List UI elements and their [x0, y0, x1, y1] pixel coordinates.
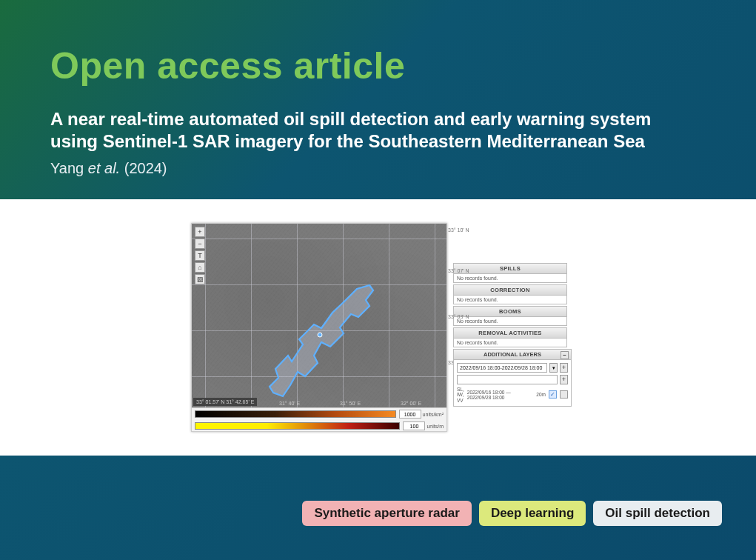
article-title: A near real-time automated oil spill det…	[50, 108, 695, 153]
collapse-button[interactable]: −	[561, 351, 569, 359]
cursor-coordinates: 33° 01.57' N 31° 42.65' E	[193, 398, 257, 406]
lat-tick-3: 33° 10' N	[448, 227, 476, 233]
home-button[interactable]: ⌂	[195, 262, 205, 273]
svg-point-0	[318, 333, 322, 337]
layer-delete-button[interactable]	[560, 390, 568, 399]
oil-spill-polygon[interactable]	[262, 281, 388, 400]
date-range-input[interactable]	[457, 363, 547, 373]
author-etal: et al.	[88, 160, 120, 176]
additional-layers-head[interactable]: ADDITIONAL LAYERS −	[454, 350, 571, 360]
map-controls: + − T ⌂ ▨	[195, 227, 205, 284]
side-panel: SPILLS No records found. CORRECTION No r…	[453, 263, 567, 406]
scale-unit-1: units/km²	[423, 412, 444, 417]
accordion-body-spills: No records found.	[454, 274, 566, 282]
tag-deep-learning[interactable]: Deep learning	[479, 501, 586, 526]
date-dropdown-icon[interactable]: ▾	[549, 363, 558, 373]
keyword-tags: Synthetic aperture radar Deep learning O…	[302, 501, 722, 526]
lat-tick-2: 33° 07' N	[448, 268, 476, 273]
figure-band: + − T ⌂ ▨ 33° 10' N 33° 07' N 33° 03' N …	[0, 199, 756, 456]
layer-resolution: 20m	[536, 392, 546, 397]
accordion-head-removal[interactable]: REMOVAL ACTIVITIES	[454, 328, 566, 339]
accordion-head-correction[interactable]: CORRECTION	[454, 285, 566, 296]
zoom-out-button[interactable]: −	[195, 239, 205, 249]
filter-input[interactable]	[457, 375, 558, 384]
layer-date-span: 2022/09/16 18:00 — 2022/09/28 18:00	[467, 390, 534, 400]
accordion-body-correction: No records found.	[454, 296, 566, 304]
additional-layers-panel: ADDITIONAL LAYERS − ▾ + + SL, IW, VV 202…	[453, 349, 572, 406]
lon-tick-1: 31° 40' E	[279, 401, 300, 406]
author-name: Yang	[50, 160, 84, 176]
scale-unit-2: units/m	[426, 424, 444, 429]
accordion-removal[interactable]: REMOVAL ACTIVITIES No records found.	[453, 327, 567, 347]
layer-button[interactable]: ▨	[195, 274, 205, 284]
add-layer-button-1[interactable]: +	[560, 363, 568, 373]
author-year: (2024)	[124, 160, 167, 176]
accordion-body-removal: No records found.	[454, 339, 566, 347]
tag-oil-spill[interactable]: Oil spill detection	[593, 501, 722, 526]
scale-value-1[interactable]	[399, 410, 421, 419]
open-access-label: Open access article	[50, 44, 706, 87]
layer-pol-mode: SL, IW, VV	[457, 387, 464, 402]
article-citation: Yang et al. (2024)	[50, 160, 706, 177]
lon-tick-3: 32° 00' E	[401, 401, 421, 406]
scale-gradient-2	[195, 422, 400, 430]
lat-tick-1: 33° 03' N	[448, 314, 476, 319]
additional-layers-title: ADDITIONAL LAYERS	[484, 351, 541, 358]
scale-gradient-1	[195, 410, 396, 418]
tool-t-button[interactable]: T	[195, 250, 205, 261]
add-layer-button-2[interactable]: +	[560, 375, 568, 384]
accordion-correction[interactable]: CORRECTION No records found.	[453, 284, 567, 304]
zoom-in-button[interactable]: +	[195, 227, 205, 237]
color-scales: units/km² units/m	[192, 407, 446, 431]
lon-tick-2: 31° 50' E	[340, 401, 361, 406]
article-header: Open access article A near real-time aut…	[0, 0, 756, 199]
layer-visible-checkbox[interactable]: ✓	[549, 390, 557, 399]
sar-map[interactable]: + − T ⌂ ▨ 33° 10' N 33° 07' N 33° 03' N …	[191, 223, 447, 432]
tag-sar[interactable]: Synthetic aperture radar	[302, 501, 472, 526]
scale-value-2[interactable]	[403, 421, 425, 430]
